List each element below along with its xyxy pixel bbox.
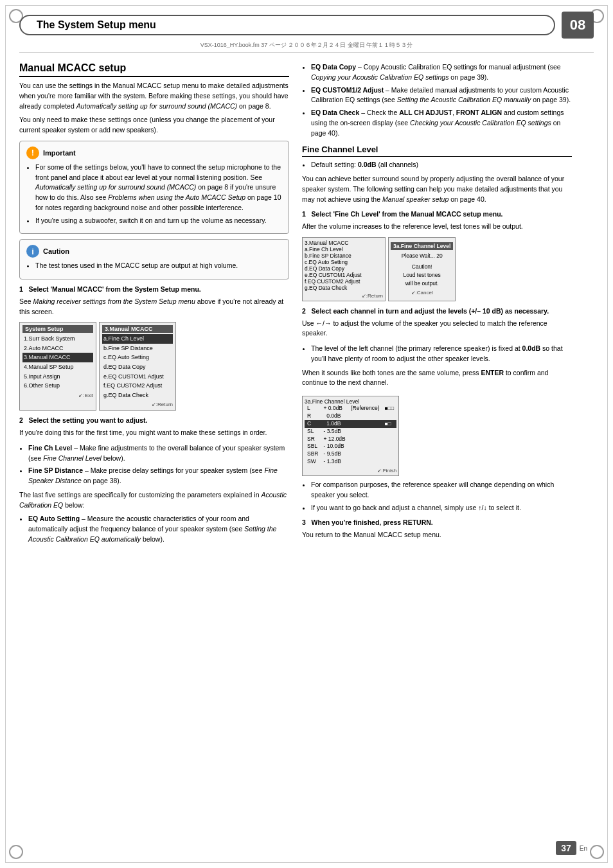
caution-box: i Caution The test tones used in the MCA…: [19, 239, 289, 279]
mm-item-f: f.EQ CUSTOM2 Adjust: [102, 381, 173, 391]
ch-name-sr: SR: [305, 436, 321, 443]
page-header: The System Setup menu 08: [19, 12, 594, 39]
ch-row-sw: SW - 1.3dB: [305, 458, 396, 466]
mm-footer: ↙:Return: [102, 402, 173, 407]
header-title: The System Setup menu: [19, 15, 555, 35]
bullet-eq-data-check: EQ Data Check – Check the ALL CH ADJUST,…: [311, 108, 572, 138]
page-number-area: 37 En: [556, 841, 587, 855]
fcl-step3: 3 When you're finished, press RETURN. Yo…: [302, 518, 572, 540]
fcl-step2-text: Use ←/→ to adjust the volume of the spea…: [302, 319, 572, 339]
corner-decoration-bl: [9, 845, 23, 859]
fcl-item-g: g.EQ Data Check: [305, 285, 383, 291]
ch-level-table: L + 0.0dB (Reference) ■□□ R 0.0dB C 1.0d…: [305, 405, 396, 466]
caution-item-1: The test tones used in the MCACC setup a…: [35, 261, 282, 271]
chapter-badge: 08: [562, 12, 594, 39]
fcl-caution-text: Caution!Loud test toneswill be output.: [404, 263, 441, 287]
fcl-right-title: 3a.Fine Channel Level: [391, 242, 453, 250]
fcl-step1-text: After the volume increases to the refere…: [302, 222, 572, 232]
fcl-step1: 1 Select 'Fine Ch Level' from the Manual…: [302, 209, 572, 232]
fine-channel-intro: You can achieve better surround sound by…: [302, 174, 572, 204]
fcl-step2-heading: 2 Select each channel in turn and adjust…: [302, 306, 572, 317]
manual-mcacc-screen-title: 3.Manual MCACC: [102, 325, 173, 333]
ch-row-sl: SL - 3.5dB: [305, 428, 396, 436]
ch-row-c: C 1.0dB ■□: [305, 420, 396, 428]
ch-val-sl: - 3.5dB: [321, 428, 348, 436]
bullet-eq-auto: EQ Auto Setting – Measure the acoustic c…: [28, 514, 289, 544]
ch-val-sw: - 1.3dB: [321, 458, 348, 466]
system-setup-list: 1.Surr Back System 2.Auto MCACC 3.Manual…: [22, 334, 93, 391]
ch-name-sw: SW: [305, 458, 321, 466]
ch-row-sbl: SBL - 10.0dB: [305, 443, 396, 450]
ch-name-sl: SL: [305, 428, 321, 436]
bullet-eq-data-copy: EQ Data Copy – Copy Acoustic Calibration…: [311, 62, 572, 83]
corner-decoration-br: [590, 845, 604, 859]
caution-title: Caution: [43, 247, 69, 255]
fcl-enter-text: When it sounds like both tones are the s…: [302, 368, 572, 389]
ch-row-r: R 0.0dB: [305, 412, 396, 420]
ch-ref-l: (Reference): [348, 405, 382, 412]
ch-level-title: 3a.Fine Channel Level: [305, 398, 396, 405]
fcl-item-c: c.EQ Auto Setting: [305, 259, 383, 265]
fine-channel-level-title: Fine Channel Level: [302, 145, 572, 157]
fcl-left-list: a.Fine Ch Level b.Fine SP Distance c.EQ …: [305, 246, 383, 291]
ch-meter-l: ■□□: [382, 405, 397, 412]
bullet-fine-sp-distance: Fine SP Distance – Make precise delay se…: [28, 466, 289, 486]
ch-level-screen: 3a.Fine Channel Level L + 0.0dB (Referen…: [302, 396, 399, 476]
fcl-left-screen: 3.Manual MCACC a.Fine Ch Level b.Fine SP…: [302, 237, 386, 301]
ch-val-sbl: - 10.0dB: [321, 443, 348, 450]
mm-item-g: g.EQ Data Check: [102, 391, 173, 400]
fcl-left-channel-note: The level of the left channel (the prima…: [311, 344, 572, 364]
ch-row-sr: SR + 12.0dB: [305, 436, 396, 443]
important-header: ! Important: [26, 146, 282, 159]
ch-name-sbr: SBR: [305, 450, 321, 458]
section-title-manual-mcacc: Manual MCACC setup: [19, 62, 289, 77]
important-item-1: For some of the settings below, you'll h…: [35, 163, 282, 213]
right-eq-bullets: EQ Data Copy – Copy Acoustic Calibration…: [302, 62, 572, 138]
ch-val-l: + 0.0dB: [321, 405, 348, 412]
caution-list: The test tones used in the MCACC setup a…: [26, 261, 282, 271]
fcl-comparison-note: For comparison purposes, the reference s…: [311, 480, 572, 500]
ss-item-2: 2.Auto MCACC: [22, 344, 93, 353]
fcl-step2: 2 Select each channel in turn and adjust…: [302, 306, 572, 339]
mm-item-e: e.EQ CUSTOM1 Adjust: [102, 372, 173, 382]
ss-item-5: 5.Input Assign: [22, 372, 93, 382]
fcl-screen-container: 3.Manual MCACC a.Fine Ch Level b.Fine SP…: [302, 237, 572, 301]
fine-channel-default-list: Default setting: 0.0dB (all channels): [302, 160, 572, 170]
manual-mcacc-screen: 3.Manual MCACC a.Fine Ch Level b.Fine SP…: [99, 322, 176, 411]
filepath-line: VSX-1016_HY.book.fm 37 ページ ２００６年２月２４日 金曜…: [19, 41, 594, 53]
important-list: For some of the settings below, you'll h…: [26, 163, 282, 226]
ss-footer: ↙:Exit: [22, 393, 93, 398]
ch-val-r: 0.0dB: [321, 412, 348, 420]
important-title: Important: [43, 149, 76, 157]
ch-meter-c: ■□: [382, 420, 397, 428]
step1-text: See Making receiver settings from the Sy…: [19, 297, 289, 317]
ch-val-c: 1.0dB: [321, 420, 348, 428]
important-box: ! Important For some of the settings bel…: [19, 141, 289, 235]
bullet-fine-ch-level: Fine Ch Level – Make fine adjustments to…: [28, 443, 289, 464]
fine-channel-default: Default setting: 0.0dB (all channels): [311, 160, 572, 170]
important-icon: !: [26, 146, 39, 159]
mm-item-d: d.EQ Data Copy: [102, 362, 173, 372]
ch-val-sbr: - 9.5dB: [321, 450, 348, 458]
step2-text: If you're doing this for the first time,…: [19, 428, 289, 438]
fcl-left-title: 3.Manual MCACC: [305, 240, 383, 246]
step2-heading: 2 Select the setting you want to adjust.: [19, 416, 289, 426]
step2: 2 Select the setting you want to adjust.…: [19, 416, 289, 438]
ss-item-1: 1.Surr Back System: [22, 334, 93, 344]
ch-row-l: L + 0.0dB (Reference) ■□□: [305, 405, 396, 412]
caution-icon: i: [26, 245, 39, 258]
ss-item-4: 4.Manual SP Setup: [22, 362, 93, 372]
mm-item-c: c.EQ Auto Setting: [102, 353, 173, 362]
ss-item-6: 6.Other Setup: [22, 381, 93, 391]
fcl-item-a: a.Fine Ch Level: [305, 246, 383, 252]
settings-bullet-list: Fine Ch Level – Make fine adjustments to…: [19, 443, 289, 486]
step1-heading: 1 Select 'Manual MCACC' from the System …: [19, 285, 289, 295]
fcl-step2-bullets: The level of the left channel (the prima…: [302, 344, 572, 364]
fcl-left-footer: ↙:Return: [305, 293, 383, 299]
ch-name-sbl: SBL: [305, 443, 321, 450]
intro-p2: You only need to make these settings onc…: [19, 115, 289, 136]
ch-name-r: R: [305, 412, 321, 420]
bullet-eq-custom: EQ CUSTOM1/2 Adjust – Make detailed manu…: [311, 85, 572, 106]
intro-p1: You can use the settings in the Manual M…: [19, 81, 289, 111]
left-column: Manual MCACC setup You can use the setti…: [19, 62, 289, 549]
